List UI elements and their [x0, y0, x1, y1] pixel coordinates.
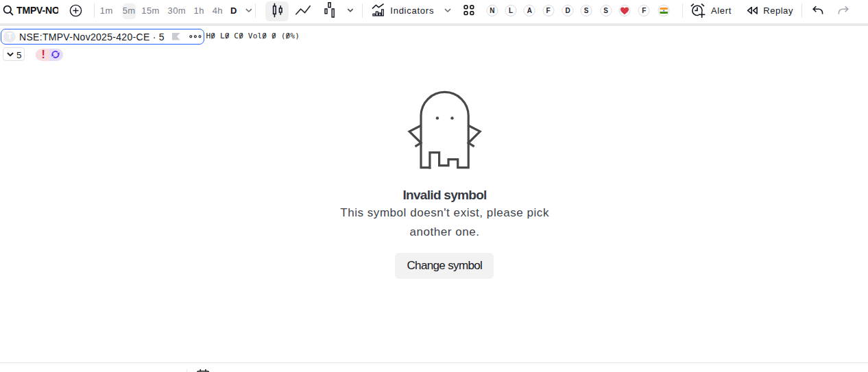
ohlc-change-pct: (0%)	[281, 32, 300, 40]
interval-button-15m[interactable]: 15m	[141, 6, 160, 16]
bottom-separator	[186, 369, 187, 372]
toolbar-separator	[362, 3, 363, 18]
toolbar-separator	[682, 3, 683, 18]
badge-label: L	[509, 7, 513, 14]
watchlist-badge-n[interactable]: N	[486, 5, 498, 16]
badge-label: F	[642, 7, 646, 14]
interval-dropdown-chevron-icon	[7, 52, 14, 57]
watchlist-badge-f[interactable]: F	[542, 5, 554, 16]
interval-button-1h[interactable]: 1h	[194, 6, 204, 16]
layout-grid-icon[interactable]	[463, 4, 475, 16]
top-toolbar: TMPV-NO 1m 5m 15m 30m 1h 4h D	[0, 0, 868, 23]
interval-button-4h[interactable]: 4h	[213, 6, 223, 16]
ohlc-values: H0 L0 C0 Vol0 0 (0%)	[206, 32, 300, 40]
toolbar-separator	[94, 3, 95, 18]
replay-label: Replay	[763, 6, 793, 16]
line-chart-icon[interactable]	[294, 3, 312, 16]
bars-style-icon[interactable]	[324, 1, 336, 18]
indicators-chevron-icon	[444, 8, 452, 14]
ohlc-volume-label: Vol	[248, 32, 262, 40]
ohlc-close-label: C	[234, 32, 239, 40]
replay-button[interactable]: Replay	[745, 0, 794, 23]
chart-page: TMPV-NO 1m 5m 15m 30m 1h 4h D	[0, 0, 868, 372]
badge-label: S	[603, 7, 608, 14]
bars-chevron-icon[interactable]	[346, 8, 354, 14]
watchlist-badge-l[interactable]: L	[505, 5, 517, 16]
calendar-icon[interactable]	[196, 369, 210, 372]
symbol-search-button[interactable]: TMPV-NO	[0, 0, 62, 23]
candles-icon	[270, 1, 285, 19]
toolbar-separator	[255, 3, 256, 18]
symbol-legend-title[interactable]: NSE:TMPV-Nov2025-420-CE · 5	[19, 32, 165, 42]
interval-dropdown-value: 5	[16, 51, 22, 60]
status-pill[interactable]: !	[36, 49, 63, 61]
alert-label: Alert	[711, 6, 732, 16]
replay-rewind-icon	[747, 6, 759, 15]
interval-button-5m[interactable]: 5m	[123, 6, 136, 16]
watchlist-badge-heart[interactable]	[618, 5, 630, 16]
heart-icon	[620, 7, 629, 15]
alert-button[interactable]: Alert	[690, 0, 732, 23]
error-badge-label: !	[41, 49, 45, 61]
ohlc-high-label: H	[206, 32, 210, 40]
ohlc-volume-value: 0	[262, 32, 267, 40]
watchlist-badge-flag[interactable]	[658, 5, 669, 16]
symbol-logo: T	[3, 31, 16, 43]
indicators-label: Indicators	[390, 6, 434, 16]
alert-clock-plus-icon	[691, 2, 708, 18]
ohlc-close-value: 0	[239, 32, 243, 40]
error-description-line1: This symbol doesn't exist, please pick	[340, 206, 549, 219]
watchlist-badge-s[interactable]: S	[581, 5, 592, 16]
change-symbol-button[interactable]: Change symbol	[395, 253, 494, 279]
error-description: This symbol doesn't exist, please pick a…	[308, 203, 582, 243]
symbol-search-text: TMPV-NO	[16, 5, 58, 16]
search-icon	[3, 5, 15, 17]
ghost-illustration	[401, 86, 487, 172]
undo-icon[interactable]	[812, 5, 823, 15]
error-badge[interactable]: !	[36, 49, 49, 61]
interval-button-D[interactable]: D	[230, 6, 237, 16]
redo-icon[interactable]	[838, 5, 849, 15]
change-symbol-label: Change symbol	[407, 259, 482, 273]
indicators-icon	[372, 3, 385, 17]
toolbar-divider	[0, 23, 868, 26]
badge-label: S	[584, 7, 589, 14]
badge-label: F	[546, 7, 550, 14]
sync-badge[interactable]	[49, 49, 63, 61]
ohlc-high-value: 0	[210, 32, 215, 40]
ohlc-low-label: L	[220, 32, 225, 40]
badge-label: D	[565, 7, 570, 14]
plus-circle-icon	[69, 4, 82, 17]
sync-icon	[51, 50, 60, 59]
toolbar-separator	[801, 3, 802, 18]
indicators-button[interactable]: Indicators	[370, 0, 453, 23]
symbol-logo-letter: T	[8, 32, 12, 41]
watchlist-badge-s2[interactable]: S	[600, 5, 612, 16]
interval-button-30m[interactable]: 30m	[168, 6, 186, 16]
watchlist-badge-a[interactable]: A	[524, 5, 535, 16]
bottom-toolbar-border	[0, 362, 868, 363]
more-options-icon[interactable]	[189, 34, 202, 39]
ohlc-change-value: 0	[272, 32, 276, 40]
interval-button-1m[interactable]: 1m	[100, 6, 113, 16]
ohlc-low-value: 0	[225, 32, 230, 40]
flag-icon[interactable]	[172, 33, 180, 40]
error-title: Invalid symbol	[308, 188, 582, 202]
badge-label: N	[490, 7, 494, 14]
error-description-line2: another one.	[410, 225, 480, 238]
intervals-chevron-icon[interactable]	[245, 8, 253, 14]
badge-label: A	[527, 7, 532, 14]
india-flag-icon	[660, 8, 668, 14]
add-symbol-button[interactable]	[69, 4, 82, 17]
watchlist-badge-f2[interactable]: F	[638, 5, 650, 16]
watchlist-badge-d[interactable]: D	[562, 5, 574, 16]
